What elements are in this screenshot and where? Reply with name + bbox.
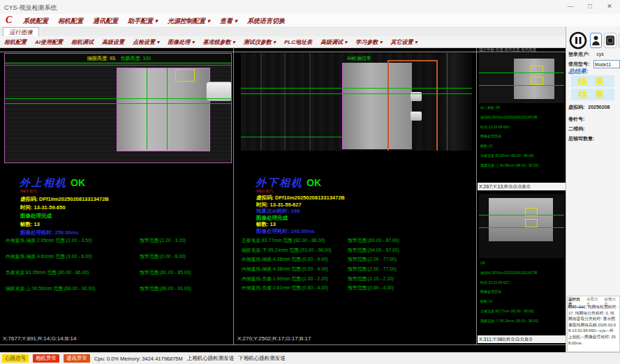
machine-structure: [284, 53, 286, 151]
write-count-label: 总轴写数量:: [568, 136, 594, 141]
mes-sub-label: MES:B(T): [20, 189, 37, 193]
measurement-row: 隔膜宽度-下:95.24mm 范围:(93.00 - 98.00) 预警范围:(…: [242, 247, 472, 257]
toolbar-item[interactable]: 相机调试: [67, 38, 98, 46]
model-input[interactable]: [593, 60, 620, 68]
maximize-button[interactable]: □: [581, 1, 599, 12]
measure-line-overlay: [479, 73, 564, 73]
warning-range: 预警范围:(2.20 - 3.20): [140, 237, 186, 244]
info-line: 帧数: 13: [256, 221, 345, 228]
thumb-info-line: 帧数:13: [480, 299, 566, 309]
toolbar-item[interactable]: 图像处理 ▾: [163, 38, 198, 46]
thumb-info-line: 帧数:13: [480, 144, 566, 153]
divider: [0, 344, 566, 345]
info-line: 虚拟码: DFf1iim2025020813313472B: [256, 195, 345, 202]
machine-structure: [436, 53, 472, 151]
baseline-overlay: [5, 65, 231, 66]
middle-cursor-status: X:270;Y:2502;R:17;G:17;B:17: [237, 335, 311, 342]
info-line: 时间: 13-31-59-627: [256, 202, 345, 208]
toolbar-item[interactable]: 学习参数 ▾: [351, 38, 386, 46]
measure-line-overlay: [241, 93, 472, 94]
menu-item[interactable]: 系统语言切换: [242, 16, 290, 26]
measure-line-overlay: [479, 215, 564, 215]
toolbar-item[interactable]: 高级调试 ▾: [316, 38, 351, 46]
measurement-row: 正极宽度:83.77mm 范围:(82.00 - 88.00) 预警范围:(83…: [242, 237, 472, 247]
log-text: 耗时: 222, 纯网络检测耗时: 17, 纯网络分类耗时: 0, 纯网络提取分…: [568, 304, 617, 346]
camera-name: 外下相机: [256, 176, 303, 188]
roi-box-yellow: [175, 69, 195, 82]
measure-line-overlay: [241, 88, 472, 89]
menu-item[interactable]: 相机配置: [53, 16, 88, 26]
toolbar-item[interactable]: 相机配置: [0, 38, 31, 46]
menu-item[interactable]: 查看 ▾: [215, 16, 242, 26]
warning-range: 预警范围:(81.00 - 85.00): [140, 269, 191, 276]
measurement-value: 外侧直线-隔膜:2.95mm 范围:(2.00 - 3.50): [6, 237, 92, 244]
measure-line-overlay: [5, 103, 231, 104]
thumb2-cursor-status: X:311;Y:980;R:0;G:0;B:0: [478, 335, 567, 343]
menu-item[interactable]: 系统配置: [18, 16, 53, 26]
info-line: 图像处理耗时: 140.00ms: [256, 228, 345, 235]
upper-camera-heartbeat: 上相机心跳检测发送: [187, 355, 235, 362]
toolbar-item[interactable]: AI使用配置: [31, 38, 67, 46]
mes-sub-label: MES:B(T): [256, 189, 273, 193]
thumb-column-header: 端点坐标-灰度 画布宽度 画布高度: [479, 47, 536, 52]
overlay-height-label: 负极高度: 100: [121, 56, 152, 61]
baseline-overlay: [5, 63, 231, 63]
warning-range: 预警范围:(83.00 - 87.00): [348, 237, 399, 244]
result-display-2: 结 果: [571, 89, 614, 100]
minimize-button[interactable]: —: [561, 1, 580, 12]
thumb-info-line: 虚拟码:DFf1iim2025020813313472B: [480, 271, 566, 280]
menu-item[interactable]: 光源控制配置 ▾: [163, 16, 215, 26]
menu-item[interactable]: 助手配置 ▾: [123, 16, 163, 26]
roi-box-yellow: [525, 219, 538, 227]
thumb-camera-view-2[interactable]: [479, 194, 564, 258]
camera-lens-button[interactable]: [604, 33, 617, 48]
login-user-label: 登录用户:: [568, 52, 589, 56]
toolbar-item[interactable]: 其它设置 ▾: [387, 38, 422, 46]
warning-range: 预警范围:(94.00 - 97.00): [348, 247, 399, 254]
warning-range: 预警范围:(0.60 - 4.00): [348, 285, 394, 291]
measure-line-overlay: [147, 68, 147, 150]
measurement-value: 内侧直线-隔膜:4.60mm 范围:(3.00 - 6.00): [6, 253, 92, 260]
info-line: 时间: 13-31-59-650: [20, 204, 109, 213]
camera-lens-icon: [605, 34, 615, 47]
virtual-code-row: 虚拟码: 20250208: [568, 104, 619, 111]
measurement-row: 内侧直线-隔膜:4.38mm 范围:(0.00 - 9.00) 预警范围:(2.…: [242, 266, 472, 275]
camera-name: 外上相机: [20, 176, 67, 188]
operator-icon: [591, 34, 600, 47]
thumb-info-line: 图像处理完成: [480, 289, 566, 299]
toolbar-item[interactable]: 测试仪参数 ▾: [239, 38, 280, 46]
machine-structure: [260, 53, 262, 151]
ai-result-overlay: AI检测结果: [347, 55, 371, 62]
menu-item[interactable]: 通讯配置: [88, 16, 123, 26]
thumb-camera-view-1[interactable]: [479, 53, 564, 103]
pause-button[interactable]: [568, 31, 588, 50]
warning-range: 预警范围:(0.00 - 8.00): [140, 253, 186, 260]
upper-outer-camera-view[interactable]: 隔膜高度: 93. 负极高度: 100: [4, 53, 232, 163]
toolbar-item[interactable]: 高级设置: [98, 38, 128, 46]
measure-line-overlay: [342, 63, 343, 149]
electrode-region: [489, 198, 553, 241]
comm-status-badge: 通讯异常: [64, 354, 90, 363]
divider: [476, 47, 477, 344]
measure-line-overlay: [5, 98, 231, 99]
measurement-value: 隔膜宽度-上:90.56mm 范围:(88.00 - 92.00): [6, 285, 95, 292]
write-count-row: 总轴写数量:: [568, 135, 619, 142]
thumb-info-line: 正极宽度:83.77mm (82.00 - 88.00): [480, 309, 566, 319]
operator-button[interactable]: [590, 33, 602, 48]
virtual-code-value: 20250208: [588, 105, 610, 109]
thumb-info-line: 时间:13-31-59-600: [480, 125, 566, 135]
measurement-row: 负极宽度:83.05mm 范围:(80.00 - 86.00) 预警范围:(81…: [6, 269, 230, 285]
toolbar-item[interactable]: 点检设置 ▾: [128, 38, 163, 46]
qr-code-label: 二维码:: [568, 126, 584, 131]
toolbar-item[interactable]: 基准线参数 ▾: [199, 38, 239, 46]
measurement-row: 内侧直线-负极:1.90mm 范围:(1.00 - 2.20) 预警范围:(1.…: [242, 275, 472, 285]
window-controls: — □ ✕: [561, 1, 619, 12]
model-label: 使用型号:: [568, 61, 589, 66]
measurement-row: 外侧直线-隔膜:2.95mm 范围:(2.00 - 3.50) 预警范围:(2.…: [6, 237, 230, 253]
needle-number-row: 卷针号:: [568, 116, 619, 123]
lower-outer-camera-view[interactable]: AI检测结果: [241, 53, 472, 151]
toolbar-item[interactable]: PLC地址表: [280, 38, 316, 46]
divider: [233, 47, 234, 344]
close-button[interactable]: ✕: [600, 1, 619, 12]
needle-number-label: 卷针号:: [568, 116, 584, 121]
